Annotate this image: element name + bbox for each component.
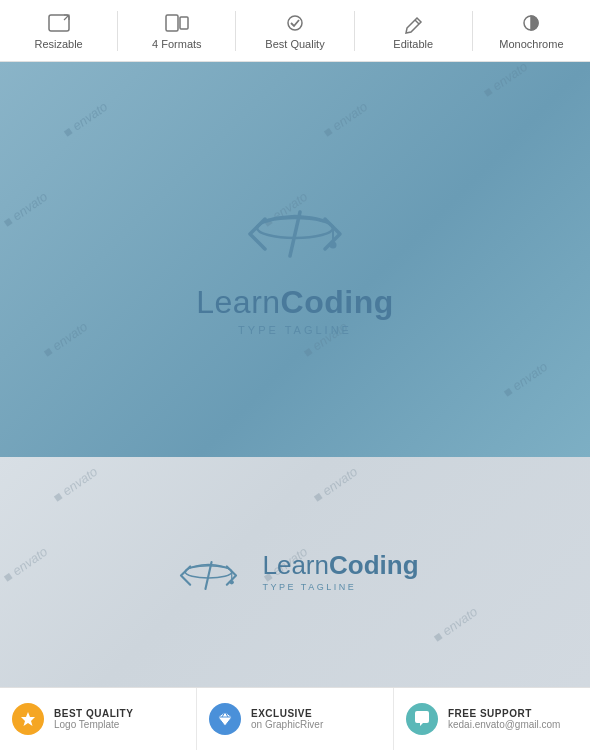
info-exclusive-subtitle: on GraphicRiver	[251, 719, 323, 730]
main-preview: ■ envato ■ envato ■ envato ■ envato ■ en…	[0, 62, 590, 457]
feature-formats: 4 Formats	[118, 12, 235, 50]
resize-icon	[45, 12, 73, 34]
feature-editable-label: Editable	[393, 38, 433, 50]
svg-rect-2	[180, 17, 188, 29]
info-exclusive-title: EXCLUSIVE	[251, 708, 323, 719]
svg-point-7	[330, 241, 337, 248]
info-bar: BEST QUALITY Logo Template EXCLUSIVE on …	[0, 687, 590, 750]
logo-small-bold: Coding	[329, 550, 419, 580]
wm-s5: ■ envato	[430, 604, 480, 645]
logo-inline: LearnCoding TYPE TAGLINE	[171, 545, 418, 600]
watermark-2: ■ envato	[320, 99, 370, 140]
logo-text-regular: Learn	[196, 284, 280, 320]
logo-text-right: LearnCoding TYPE TAGLINE	[262, 552, 418, 592]
info-quality-subtitle: Logo Template	[54, 719, 133, 730]
monochrome-icon	[517, 12, 545, 34]
feature-editable: Editable	[355, 12, 472, 50]
wm-s1: ■ envato	[50, 464, 100, 505]
info-support-text: FREE SUPPORT kedai.envato@gmail.com	[448, 708, 560, 730]
info-support-title: FREE SUPPORT	[448, 708, 560, 719]
watermark-3: ■ envato	[0, 189, 50, 230]
editable-icon	[399, 12, 427, 34]
svg-point-10	[230, 580, 234, 584]
info-exclusive-text: EXCLUSIVE on GraphicRiver	[251, 708, 323, 730]
logo-center: LearnCoding TYPE TAGLINE	[196, 184, 394, 336]
logo-text-small: LearnCoding	[262, 552, 418, 578]
secondary-preview: ■ envato ■ envato ■ envato ■ envato ■ en…	[0, 457, 590, 687]
watermark-8: ■ envato	[480, 62, 530, 100]
info-quality-text: BEST QUALITY Logo Template	[54, 708, 133, 730]
logo-small-regular: Learn	[262, 550, 329, 580]
feature-resizable: Resizable	[0, 12, 117, 50]
svg-rect-1	[166, 15, 178, 31]
info-support: FREE SUPPORT kedai.envato@gmail.com	[394, 688, 590, 750]
info-support-subtitle: kedai.envato@gmail.com	[448, 719, 560, 730]
logo-icon-large	[235, 184, 355, 274]
feature-formats-label: 4 Formats	[152, 38, 202, 50]
support-chat-icon	[406, 703, 438, 735]
watermark-5: ■ envato	[40, 319, 90, 360]
logo-icon-small	[171, 545, 246, 600]
logo-tagline-large: TYPE TAGLINE	[238, 324, 352, 336]
feature-monochrome-label: Monochrome	[499, 38, 563, 50]
logo-text-bold: Coding	[281, 284, 394, 320]
logo-text-large: LearnCoding	[196, 286, 394, 318]
feature-monochrome: Monochrome	[473, 12, 590, 50]
svg-marker-11	[21, 712, 35, 726]
info-quality: BEST QUALITY Logo Template	[0, 688, 197, 750]
logo-tagline-small: TYPE TAGLINE	[262, 582, 418, 592]
wm-s3: ■ envato	[0, 544, 50, 585]
feature-quality: Best Quality	[236, 12, 353, 50]
formats-icon	[163, 12, 191, 34]
watermark-1: ■ envato	[60, 99, 110, 140]
wm-s2: ■ envato	[310, 464, 360, 505]
feature-quality-label: Best Quality	[265, 38, 324, 50]
info-quality-title: BEST QUALITY	[54, 708, 133, 719]
quality-icon	[281, 12, 309, 34]
exclusive-diamond-icon	[209, 703, 241, 735]
feature-bar: Resizable 4 Formats Best Quality	[0, 0, 590, 62]
watermark-7: ■ envato	[500, 359, 550, 400]
feature-resizable-label: Resizable	[34, 38, 82, 50]
info-exclusive: EXCLUSIVE on GraphicRiver	[197, 688, 394, 750]
svg-point-3	[288, 16, 302, 30]
quality-star-icon	[12, 703, 44, 735]
